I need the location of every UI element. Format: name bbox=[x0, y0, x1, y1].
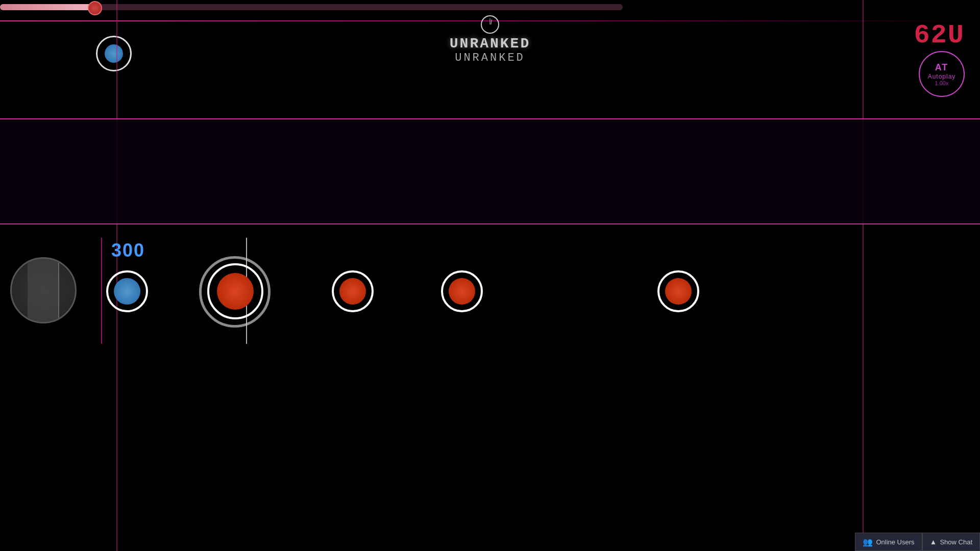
right-boundary-line bbox=[863, 0, 864, 551]
drum-circle-half bbox=[28, 259, 59, 322]
hit-circle-2 bbox=[207, 263, 263, 319]
autoplay-badge: AT Autoplay 1.00x bbox=[919, 51, 965, 97]
song-info: UNRANKED UNRANKED bbox=[450, 36, 530, 64]
hit-circle-5-inner bbox=[665, 278, 692, 305]
hit-circle-1-inner bbox=[114, 278, 140, 305]
bottom-bar: 👥 Online Users ▲ Show Chat bbox=[855, 533, 980, 551]
hit-circle-1 bbox=[106, 270, 148, 312]
timer-container bbox=[481, 15, 499, 36]
hit-circle-2-inner bbox=[217, 273, 254, 310]
timer-hand bbox=[491, 19, 492, 24]
show-chat-label: Show Chat bbox=[940, 538, 972, 546]
hit-circle-5 bbox=[657, 270, 699, 312]
score-popup: 300 bbox=[111, 240, 145, 261]
score-display: 62U bbox=[914, 20, 965, 51]
drum-circle bbox=[10, 257, 77, 323]
floating-circle-inner bbox=[105, 44, 123, 63]
show-chat-button[interactable]: ▲ Show Chat bbox=[922, 533, 980, 551]
left-separator-line bbox=[101, 238, 102, 344]
autoplay-at-label: AT bbox=[935, 62, 949, 73]
hit-circle-3-inner bbox=[339, 278, 366, 305]
floating-hit-circle bbox=[96, 36, 132, 71]
play-field: 300 bbox=[0, 118, 980, 224]
timer-icon bbox=[481, 15, 499, 34]
progress-cursor bbox=[88, 1, 102, 15]
song-subtitle: UNRANKED bbox=[450, 52, 530, 64]
hit-circle-4-inner bbox=[449, 278, 475, 305]
online-users-button[interactable]: 👥 Online Users bbox=[855, 533, 922, 551]
autoplay-label: Autoplay bbox=[928, 73, 956, 80]
chat-icon: ▲ bbox=[930, 538, 937, 546]
hit-circle-3 bbox=[332, 270, 374, 312]
song-title: UNRANKED bbox=[450, 36, 530, 52]
autoplay-speed: 1.00x bbox=[935, 80, 949, 86]
hit-circle-4 bbox=[441, 270, 483, 312]
online-users-label: Online Users bbox=[876, 538, 914, 546]
progress-bar-fill bbox=[0, 4, 92, 10]
people-icon: 👥 bbox=[863, 537, 873, 547]
